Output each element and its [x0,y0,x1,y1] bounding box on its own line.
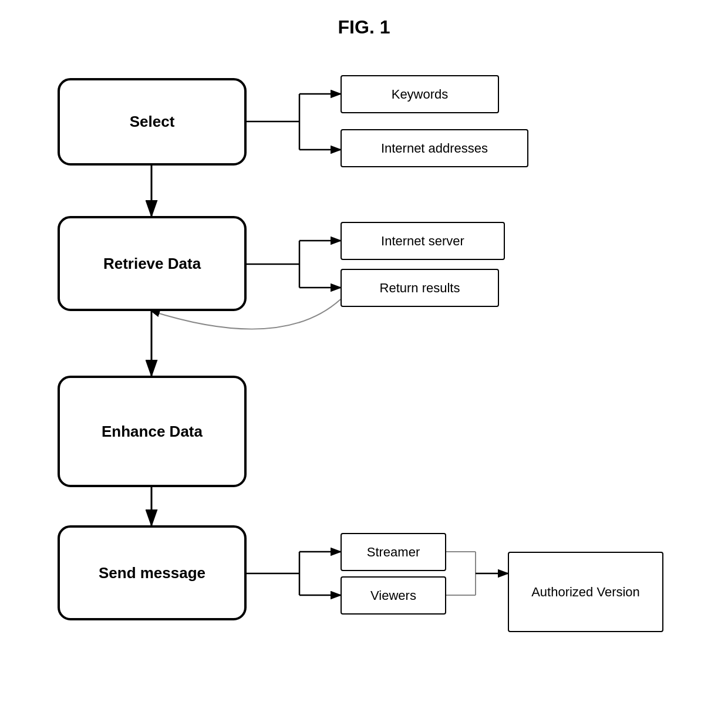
authorized-version-box: Authorized Version [508,552,663,632]
internet-addresses-box: Internet addresses [341,129,528,167]
viewers-box: Viewers [341,576,446,615]
figure-title: FIG. 1 [338,16,390,38]
return-results-box: Return results [341,269,499,307]
internet-server-box: Internet server [341,222,505,260]
retrieve-data-box: Retrieve Data [58,216,247,311]
send-message-box: Send message [58,525,247,620]
keywords-box: Keywords [341,75,499,113]
streamer-box: Streamer [341,533,446,571]
diagram: FIG. 1 [0,0,728,719]
select-box: Select [58,78,247,166]
enhance-data-box: Enhance Data [58,376,247,487]
